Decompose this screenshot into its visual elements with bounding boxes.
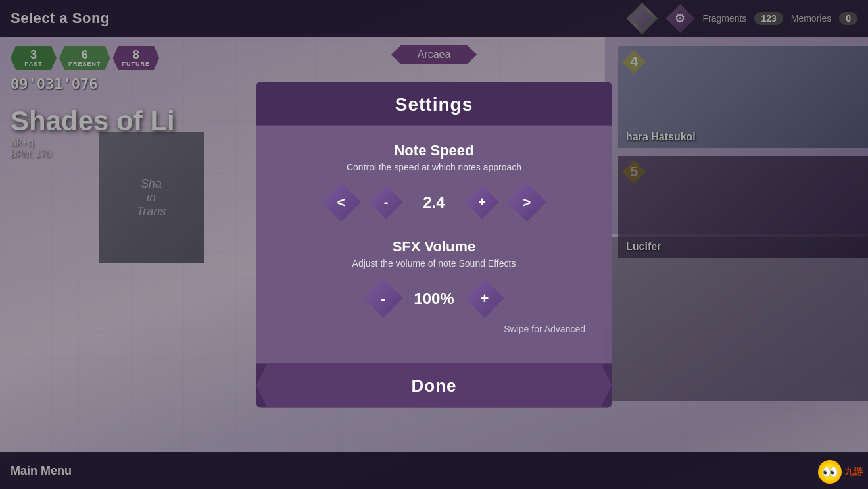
settings-modal: Settings Note Speed Control the speed at… <box>256 82 612 407</box>
plus-icon: + <box>481 290 489 307</box>
note-speed-next-button[interactable]: + <box>465 185 499 219</box>
minus-icon: - <box>381 290 385 307</box>
note-speed-controls: < - 2.4 + > <box>283 182 585 222</box>
watermark: 👀 九游 <box>818 460 863 484</box>
swipe-hint: Swipe for Advanced <box>283 323 585 334</box>
modal-footer: Done <box>256 363 612 407</box>
chevron-right-right-icon: > <box>523 193 531 211</box>
sfx-volume-value: 100% <box>411 289 457 307</box>
note-speed-value: 2.4 <box>411 193 457 211</box>
note-speed-next-next-button[interactable]: > <box>507 182 546 222</box>
modal-header: Settings <box>256 82 612 126</box>
sfx-volume-next-button[interactable]: + <box>465 278 504 318</box>
minus-icon: - <box>384 195 389 210</box>
note-speed-desc: Control the speed at which notes approac… <box>283 161 585 172</box>
watermark-icon: 👀 <box>818 460 842 484</box>
sfx-volume-section: SFX Volume Adjust the volume of note Sou… <box>283 238 585 334</box>
chevron-left-left-icon: < <box>337 193 346 211</box>
watermark-text: 九游 <box>844 466 863 478</box>
sfx-volume-controls: - 100% + <box>283 278 585 318</box>
done-button[interactable]: Done <box>256 363 612 407</box>
modal-panel: Settings Note Speed Control the speed at… <box>256 82 612 407</box>
sfx-volume-desc: Adjust the volume of note Sound Effects <box>283 257 585 268</box>
note-speed-label: Note Speed <box>283 142 585 159</box>
note-speed-section: Note Speed Control the speed at which no… <box>283 142 585 222</box>
note-speed-prev-prev-button[interactable]: < <box>322 182 361 222</box>
plus-icon: + <box>478 195 486 210</box>
modal-body: Note Speed Control the speed at which no… <box>256 126 612 363</box>
sfx-volume-label: SFX Volume <box>283 238 585 255</box>
note-speed-prev-button[interactable]: - <box>369 185 403 219</box>
sfx-volume-prev-button[interactable]: - <box>364 278 403 318</box>
modal-title: Settings <box>395 93 473 114</box>
